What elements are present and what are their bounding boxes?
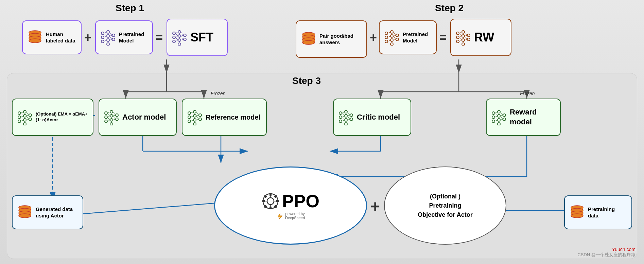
- svg-point-102: [467, 38, 470, 41]
- svg-line-157: [191, 112, 193, 113]
- svg-line-63: [175, 37, 178, 40]
- svg-point-230: [571, 214, 583, 218]
- svg-point-130: [105, 112, 107, 115]
- svg-point-187: [498, 110, 500, 113]
- svg-line-107: [459, 40, 462, 41]
- svg-line-144: [113, 112, 116, 115]
- optional-oval: (Optional ) Pretraining Objective for Ac…: [384, 166, 506, 245]
- svg-point-112: [18, 112, 21, 115]
- deepspeed-icon: [276, 213, 284, 220]
- svg-point-32: [101, 32, 104, 35]
- svg-point-57: [178, 43, 181, 46]
- svg-point-39: [112, 34, 115, 37]
- svg-line-61: [175, 33, 178, 36]
- svg-point-135: [110, 119, 113, 121]
- svg-point-96: [456, 40, 459, 43]
- svg-point-84: [396, 38, 399, 41]
- svg-line-89: [388, 40, 390, 41]
- svg-point-75: [302, 40, 315, 45]
- database-icon-1: [27, 29, 43, 46]
- plus-2: +: [370, 31, 377, 45]
- ema-text: (Optional) EMA = αEMA+(1- α)Actor: [36, 111, 89, 123]
- svg-point-94: [456, 32, 459, 35]
- generated-data-text: Generated data using Actor: [36, 206, 73, 219]
- main-container: Step 1 Step 2 Step 3 Human labeled data …: [0, 0, 644, 264]
- svg-line-88: [388, 37, 390, 40]
- svg-point-152: [193, 115, 196, 117]
- watermark-1: Yuucn.com: [612, 247, 636, 252]
- svg-point-173: [350, 114, 353, 117]
- svg-point-119: [29, 114, 32, 117]
- svg-line-142: [107, 117, 110, 120]
- svg-point-80: [390, 35, 393, 37]
- svg-point-156: [199, 118, 202, 121]
- svg-line-106: [459, 37, 462, 40]
- pair-data-box: Pair good/bad answers: [296, 20, 367, 58]
- svg-line-45: [104, 40, 107, 41]
- svg-point-155: [199, 114, 202, 117]
- svg-line-146: [113, 116, 116, 119]
- svg-point-99: [462, 39, 465, 41]
- svg-line-182: [347, 116, 350, 119]
- pretraining-data-box: Pretraining data: [564, 195, 632, 229]
- svg-point-168: [339, 120, 342, 123]
- svg-line-159: [191, 116, 193, 117]
- svg-line-195: [495, 116, 498, 117]
- nn-icon-actor: [103, 109, 120, 125]
- svg-point-78: [385, 40, 388, 43]
- svg-line-49: [109, 36, 112, 39]
- svg-point-100: [462, 43, 465, 46]
- svg-line-85: [388, 32, 390, 33]
- svg-line-48: [109, 35, 112, 36]
- nn-icon-reward: [491, 109, 507, 125]
- svg-point-120: [29, 118, 32, 121]
- nn-icon-ema: [17, 109, 33, 125]
- ppo-oval: PPO powered by DeepSpeed: [214, 166, 367, 245]
- svg-point-82: [390, 43, 393, 46]
- reward-model-box: Reward model: [486, 99, 561, 136]
- svg-point-132: [105, 120, 107, 123]
- svg-line-91: [393, 35, 396, 36]
- svg-point-154: [193, 123, 196, 125]
- svg-line-42: [104, 33, 107, 36]
- svg-point-171: [345, 119, 347, 121]
- watermark-2: CSDN @一个处女座的程序猿: [577, 252, 636, 258]
- svg-point-136: [110, 123, 113, 125]
- svg-marker-223: [278, 213, 282, 219]
- svg-line-109: [465, 35, 467, 36]
- critic-model-box: Critic model: [333, 99, 411, 136]
- database-icon-generated: [17, 204, 33, 221]
- svg-line-158: [191, 113, 193, 116]
- step2-label: Step 2: [435, 3, 464, 14]
- svg-point-77: [385, 36, 388, 39]
- human-labeled-text: Human labeled data: [46, 31, 75, 44]
- svg-line-141: [107, 116, 110, 117]
- svg-line-67: [181, 36, 184, 39]
- svg-line-87: [388, 36, 390, 37]
- svg-point-118: [23, 123, 26, 125]
- reference-model-text: Reference model: [206, 113, 260, 122]
- svg-line-145: [113, 115, 116, 116]
- svg-line-175: [342, 112, 345, 113]
- svg-line-193: [495, 112, 498, 113]
- svg-line-127: [26, 115, 29, 116]
- svg-point-52: [173, 36, 175, 39]
- svg-point-150: [188, 120, 191, 123]
- svg-line-90: [393, 32, 396, 35]
- pretrained-model-2-box: Pretrained Model: [379, 20, 437, 54]
- svg-point-33: [101, 36, 104, 39]
- svg-line-140: [107, 113, 110, 116]
- svg-line-162: [196, 112, 199, 115]
- svg-point-76: [385, 32, 388, 35]
- nn-icon-1: [100, 29, 116, 46]
- svg-point-113: [18, 116, 21, 119]
- frozen-label-2: Frozen: [520, 91, 535, 96]
- reward-model-text: Reward model: [510, 107, 556, 127]
- reference-model-box: Reference model: [182, 99, 267, 136]
- svg-point-167: [339, 116, 342, 119]
- human-labeled-data-box: Human labeled data: [22, 20, 82, 54]
- svg-line-62: [175, 36, 178, 37]
- svg-line-110: [465, 36, 467, 39]
- svg-line-43: [104, 36, 107, 37]
- svg-line-105: [459, 36, 462, 37]
